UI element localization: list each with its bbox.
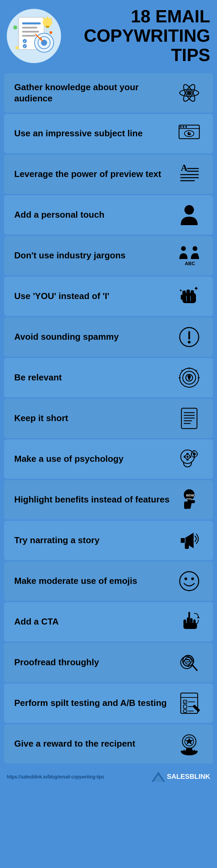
tip-text: Try narrating a story	[14, 535, 176, 546]
tip-text: Proofread throughly	[14, 657, 176, 668]
svg-rect-114	[183, 705, 187, 708]
tip-row: Gather knowledge about your audience	[4, 73, 213, 113]
svg-rect-91	[185, 538, 185, 543]
svg-point-57	[188, 341, 191, 343]
svg-rect-79	[184, 456, 185, 458]
svg-line-106	[192, 665, 197, 670]
svg-marker-101	[197, 616, 200, 618]
svg-point-76	[186, 456, 189, 458]
footer-brand: SALESBLINK	[152, 772, 210, 782]
svg-text:✓: ✓	[184, 701, 186, 704]
tip-row: Add a personal touch	[4, 195, 213, 235]
benefits-hand-icon: BENE FITS	[176, 486, 203, 513]
tip-row: Proofread throughly	[4, 643, 213, 682]
smiley-icon	[176, 568, 203, 595]
tip-text: Gather knowledge about your audience	[14, 82, 176, 104]
person-icon	[176, 201, 203, 229]
tip-text: Avoid sounding spammy	[14, 331, 176, 342]
svg-point-105	[185, 657, 192, 664]
tip-text: Keep it short	[14, 413, 176, 424]
tip-row: Use an impressive subject line	[4, 114, 213, 153]
svg-rect-15	[46, 26, 49, 28]
tips-container: Gather knowledge about your audience Use…	[0, 68, 217, 768]
tip-text: Make a use of psychology	[14, 453, 176, 465]
svg-text:✓: ✓	[23, 40, 26, 43]
tip-text: Don't use industry jargons	[14, 250, 176, 261]
tip-text: Add a CTA	[14, 616, 176, 627]
svg-rect-90	[184, 501, 188, 509]
svg-point-61	[188, 375, 191, 378]
svg-text:✦: ✦	[179, 288, 182, 293]
header-logo: ✓ ✓	[7, 9, 61, 63]
svg-rect-78	[186, 459, 189, 460]
svg-text:FITS: FITS	[186, 498, 192, 500]
tip-row: Avoid sounding spammy	[4, 317, 213, 357]
tip-row: Try narrating a story	[4, 521, 213, 560]
svg-text:?: ?	[195, 253, 198, 258]
svg-rect-80	[190, 456, 191, 458]
tip-row: Highlight benefits instead of features B…	[4, 480, 213, 519]
svg-rect-100	[183, 623, 197, 629]
svg-point-20	[50, 31, 52, 34]
brand-name: SALESBLINK	[167, 773, 210, 781]
tip-text: Highlight benefits instead of features	[14, 494, 176, 505]
svg-rect-4	[22, 35, 36, 37]
exclamation-circle-icon	[176, 323, 203, 351]
svg-point-82	[193, 453, 196, 455]
svg-rect-62	[188, 378, 190, 380]
tip-row: Use 'YOU' instead of 'I' ✦ ✦	[4, 277, 213, 316]
tip-text: Use 'YOU' instead of 'I'	[14, 291, 176, 302]
svg-rect-116	[183, 710, 187, 712]
tip-text: Be relevant	[14, 372, 176, 383]
svg-point-26	[188, 92, 191, 94]
svg-line-67	[181, 370, 183, 371]
tip-row: Make a use of psychology	[4, 439, 213, 479]
svg-point-34	[190, 132, 191, 133]
svg-rect-2	[22, 27, 37, 28]
tip-row: Leverage the power of preview text A	[4, 155, 213, 194]
tip-row: Keep it short	[4, 399, 213, 438]
svg-rect-86	[197, 453, 198, 455]
svg-text:BENE: BENE	[186, 494, 195, 497]
svg-rect-92	[185, 543, 189, 549]
svg-text:A: A	[181, 162, 188, 173]
ab-test-icon: ✓	[176, 690, 203, 717]
svg-rect-118	[193, 704, 200, 712]
svg-point-31	[185, 126, 187, 127]
tip-text: Perform spilt testing and A/B testing	[14, 697, 176, 709]
fist-icon: ✦ ✦	[176, 283, 203, 310]
target-lightbulb-icon	[176, 364, 203, 391]
main-title: 18 EMAIL COPYWRITING TIPS	[64, 7, 210, 65]
megaphone-icon	[176, 527, 203, 554]
svg-text:ABC: ABC	[185, 261, 195, 266]
svg-point-94	[184, 577, 187, 580]
magnify-document-icon	[176, 649, 203, 676]
svg-point-21	[13, 25, 17, 29]
svg-line-17	[51, 18, 52, 19]
svg-rect-3	[22, 31, 39, 33]
tip-row: Be relevant	[4, 358, 213, 397]
tip-row: Make moderate use of emojis	[4, 561, 213, 601]
header-title: 18 EMAIL COPYWRITING TIPS	[61, 7, 210, 65]
atom-icon	[176, 79, 203, 106]
head-gears-icon	[176, 446, 203, 473]
svg-point-42	[181, 246, 186, 251]
tip-text: Make moderate use of emojis	[14, 575, 176, 587]
svg-point-33	[188, 132, 191, 135]
medal-icon	[176, 730, 203, 757]
svg-point-30	[183, 126, 184, 127]
svg-point-95	[191, 577, 194, 580]
svg-rect-1	[22, 22, 41, 24]
svg-rect-83	[193, 450, 195, 451]
tip-row: Don't use industry jargons ABC ?	[4, 236, 213, 275]
svg-point-29	[180, 126, 182, 127]
footer: https://salesblink.io/blog/email-copywri…	[0, 768, 217, 787]
text-align-icon: A	[176, 161, 203, 188]
svg-rect-77	[186, 453, 189, 454]
tip-text: Add a personal touch	[14, 209, 176, 220]
tip-text: Leverage the power of preview text	[14, 169, 176, 180]
tip-row: Perform spilt testing and A/B testing ✓	[4, 684, 213, 723]
svg-rect-48	[186, 290, 190, 296]
click-hand-icon	[176, 608, 203, 635]
svg-text:✦: ✦	[194, 285, 199, 292]
